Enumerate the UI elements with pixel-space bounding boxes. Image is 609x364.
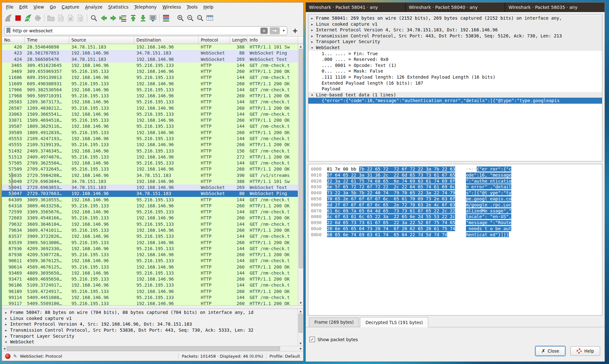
table-row[interactable]: 879364209.3692330…192.168.146.9695.216.1… xyxy=(2,246,298,252)
table-row[interactable]: 643183009.4633258…95.216.195.133192.168.… xyxy=(2,203,298,209)
table-row[interactable]: 17968909.50971039195.216.195.133192.168.… xyxy=(2,93,298,99)
status-profile[interactable]: Profile: Default xyxy=(270,354,300,359)
show-packet-bytes-option[interactable]: ✓ Show packet bytes xyxy=(310,337,358,342)
pane-splitter-handle[interactable] xyxy=(2,305,303,309)
collapsed-arrow-icon[interactable]: ▶ xyxy=(2,327,10,333)
detail-tree-row[interactable]: .111 1110 = Payload length: 126 Extended… xyxy=(308,74,602,80)
detail-tree-row[interactable]: ▶Frame 58047: 88 bytes on wire (704 bits… xyxy=(2,309,298,315)
table-row[interactable]: 991175409.5509100…95.216.195.133192.168.… xyxy=(2,301,298,305)
detail-tree-row[interactable]: ▶Transmission Control Protocol, Src Port… xyxy=(2,327,298,333)
dialog-title[interactable]: Wireshark · Packet 58035 · any xyxy=(505,3,605,12)
menu-wireless[interactable]: Wireless xyxy=(160,3,184,11)
reload-file-icon[interactable] xyxy=(75,13,85,23)
filter-apply-icon[interactable] xyxy=(270,27,280,34)
table-row[interactable]: 514922409.3746345…192.168.146.9695.216.1… xyxy=(2,148,298,154)
table-row[interactable]: 906114509.3676125…192.168.146.9695.216.1… xyxy=(2,258,298,264)
detail-tree-row[interactable]: Payload xyxy=(308,86,602,92)
menu-help[interactable]: Help xyxy=(200,3,216,11)
table-row[interactable]: 934714809.4695650…95.216.195.133192.168.… xyxy=(2,276,298,282)
detail-tree-row[interactable]: ▶Linux cooked capture v1 xyxy=(2,315,298,322)
hex-dump-row[interactable]: 0030 6e 5f 65 72 72 6f 72 22 2c 22 64 65… xyxy=(311,184,602,190)
column-header-time[interactable]: Time xyxy=(25,36,69,44)
collapsed-arrow-icon[interactable]: ▶ xyxy=(308,33,316,39)
table-row[interactable]: 796323609.3646104…192.168.146.9695.216.1… xyxy=(2,221,298,227)
table-row[interactable]: 17966909.382530564192.168.146.9695.216.1… xyxy=(2,87,298,93)
restart-capture-icon[interactable] xyxy=(23,13,33,23)
hex-dump-row[interactable]: 00b0 68 65 6e 74 69 63 61 74 65 64 22 7d… xyxy=(311,232,602,238)
find-packet-icon[interactable] xyxy=(89,13,99,23)
table-row[interactable]: 3469309.65596935795.216.195.133192.168.1… xyxy=(2,68,298,75)
display-filter-input[interactable]: http or websocket xyxy=(13,28,259,33)
go-to-packet-icon[interactable] xyxy=(118,13,128,23)
menu-analyze[interactable]: Analyze xyxy=(82,3,105,11)
table-row[interactable]: 11609609.49038893195.216.195.133192.168.… xyxy=(2,81,298,87)
detail-tree-row[interactable]: 1... .... = Fin: True xyxy=(308,51,602,57)
open-capture-file-icon[interactable] xyxy=(46,13,56,23)
zoom-out-icon[interactable] xyxy=(185,13,195,23)
detail-tree-row[interactable]: Extended Payload length (16 bits): 187 xyxy=(308,80,602,86)
collapsed-arrow-icon[interactable]: ▶ xyxy=(2,333,10,339)
collapsed-arrow-icon[interactable]: ▶ xyxy=(2,309,10,315)
table-row[interactable]: 455532109.4247193…192.168.146.9695.216.1… xyxy=(2,136,298,142)
table-row[interactable]: 906144509.4676125…95.216.195.133192.168.… xyxy=(2,264,298,270)
expert-info-icon[interactable] xyxy=(5,354,10,359)
table-row[interactable]: 934694809.3695650…192.168.146.9695.216.1… xyxy=(2,270,298,276)
table-row[interactable]: 265831209.3673173…192.168.146.9695.216.1… xyxy=(2,99,298,105)
column-header-info[interactable]: Info xyxy=(247,36,298,44)
menu-file[interactable]: File xyxy=(3,3,16,11)
column-header-protocol[interactable]: Protocol xyxy=(199,36,230,44)
detail-tree-row[interactable]: ▶Transport Layer Security xyxy=(308,39,602,45)
checkbox-checked-icon[interactable]: ✓ xyxy=(310,337,315,342)
details-scrollbar[interactable]: ▲ ▼ xyxy=(298,309,303,346)
auto-scroll-icon[interactable] xyxy=(148,13,158,23)
detail-tree-row[interactable]: ▶Linux cooked capture v1 xyxy=(308,21,602,27)
scrollbar-thumb[interactable] xyxy=(299,49,303,268)
detail-tree-row[interactable]: ▶Transport Layer Security xyxy=(2,333,298,339)
scroll-down-icon[interactable]: ▼ xyxy=(298,301,303,305)
dialog-title[interactable]: Wireshark · Packet 58040 · any xyxy=(406,3,506,12)
collapsed-arrow-icon[interactable]: ▶ xyxy=(2,315,10,322)
scroll-left-icon[interactable]: ◀ xyxy=(2,346,7,351)
table-row[interactable]: 835373909.3722826…192.168.146.9695.216.1… xyxy=(2,233,298,239)
detail-tree-row[interactable]: .... 0001 = Opcode: Text (1) xyxy=(308,62,602,68)
display-filter-field[interactable]: http or websocket × ▾ xyxy=(4,26,287,35)
detail-tree-row[interactable]: ▶Frame 58041: 269 bytes on wire (2152 bi… xyxy=(308,15,602,21)
table-row[interactable]: 725993309.3565676…192.168.146.9695.216.1… xyxy=(2,209,298,215)
menu-tools[interactable]: Tools xyxy=(184,3,201,11)
filter-clear-icon[interactable]: × xyxy=(260,28,268,34)
table-row[interactable]: 42428.56650547634.78.151.183192.168.146.… xyxy=(2,56,298,62)
table-row[interactable]: 575092709.4732645…95.216.195.133192.168.… xyxy=(2,166,298,172)
collapsed-arrow-icon[interactable]: ▶ xyxy=(308,27,316,33)
collapsed-arrow-icon[interactable]: ▶ xyxy=(2,321,10,327)
close-button[interactable]: ✗ Close xyxy=(535,346,565,356)
column-header-length[interactable]: Length xyxy=(230,36,247,44)
table-row[interactable]: 726033309.4548166…95.216.195.133192.168.… xyxy=(2,215,298,221)
capture-options-icon[interactable] xyxy=(33,13,43,23)
tab-decrypted[interactable]: Decrypted TLS (191 bytes) xyxy=(360,317,428,327)
zoom-in-icon[interactable] xyxy=(175,13,185,23)
table-row[interactable]: 395891809.4912839…95.216.195.133192.168.… xyxy=(2,130,298,136)
collapsed-arrow-icon[interactable]: ▶ xyxy=(308,39,316,45)
detail-tree-row[interactable]: ▶Internet Protocol Version 4, Src: 34.78… xyxy=(308,27,602,33)
expanded-arrow-icon[interactable]: ▼ xyxy=(2,339,10,345)
table-row[interactable]: 580402729.6963844…34.78.151.183192.168.1… xyxy=(2,179,298,185)
scroll-up-icon[interactable]: ▲ xyxy=(298,309,303,314)
hex-dump-row[interactable]: 0070 61 6c 69 7a 65 64 4d 65 73 73 61 67… xyxy=(311,208,602,214)
menu-telephony[interactable]: Telephony xyxy=(131,3,160,11)
collapsed-arrow-icon[interactable]: ▶ xyxy=(308,15,316,21)
colorize-packets-icon[interactable] xyxy=(161,13,171,23)
scrollbar-thumb[interactable] xyxy=(298,314,303,333)
table-row[interactable]: 643093009.3610555…192.168.146.9695.216.1… xyxy=(2,197,298,203)
detail-tree-row[interactable]: ▼WebSocket xyxy=(308,45,602,51)
collapsed-arrow-icon[interactable]: ▶ xyxy=(308,21,316,27)
menu-go[interactable]: Go xyxy=(47,3,59,11)
hex-dump-row[interactable]: 0020 22 3a 22 61 75 74 68 65 6e 74 69 63… xyxy=(311,178,602,184)
hex-dump-row[interactable]: 0060 6d 2f 67 6f 6f 67 6c 65 2e 72 70 63… xyxy=(311,202,602,208)
hex-dump-row[interactable]: 0080 6c 6f 63 61 6c 65 22 3a 22 65 6e 2d… xyxy=(311,214,602,220)
resize-columns-icon[interactable] xyxy=(205,13,215,23)
expanded-arrow-icon[interactable]: ▼ xyxy=(308,45,316,51)
capture-comment-icon[interactable]: ✎ xyxy=(13,354,17,359)
expanded-arrow-icon[interactable]: ▼ xyxy=(308,92,316,98)
table-row[interactable]: 11606609.359139013192.168.146.9695.216.1… xyxy=(2,75,298,81)
table-row[interactable]: 580412729.6963853…34.78.151.183192.168.1… xyxy=(2,185,298,191)
